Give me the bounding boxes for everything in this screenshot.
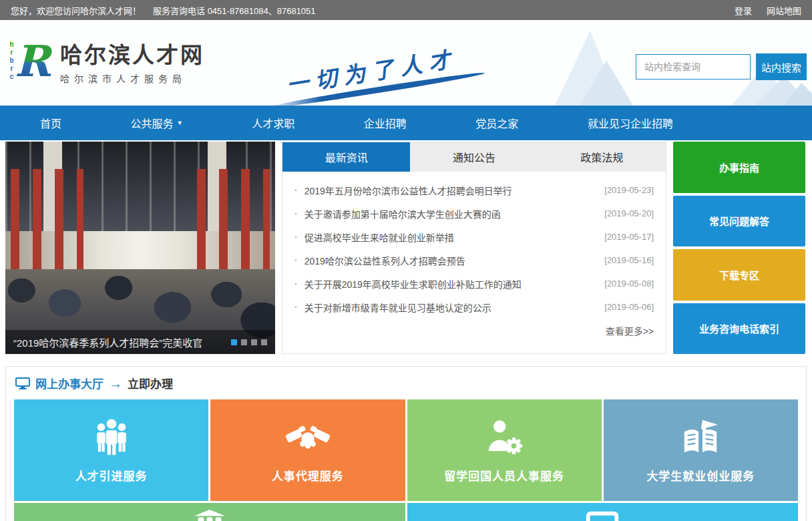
- news-date: [2019-05-20]: [604, 208, 654, 218]
- search-input[interactable]: [636, 54, 751, 79]
- news-carousel[interactable]: “2019哈尔滨春季系列人才招聘会”完美收官: [5, 142, 275, 354]
- nav-item-home[interactable]: 首页: [40, 115, 61, 131]
- news-item[interactable]: · 关于邀请参加第十届哈尔滨大学生创业大赛的函 [2019-05-20]: [294, 202, 654, 225]
- nav-item-job-seeking[interactable]: 人才求职: [252, 115, 294, 131]
- arrow-right-icon: →: [109, 377, 122, 390]
- quicklink-faq[interactable]: 常见问题解答: [673, 196, 805, 247]
- news-item[interactable]: · 促进高校毕业生来哈就业创业新举措 [2019-05-17]: [294, 225, 654, 248]
- site-subtitle: 哈尔滨市人才服务局: [60, 71, 204, 85]
- service-cards-row-2: [14, 503, 798, 521]
- online-service-hall: 网上办事大厅 → 立即办理 人才引进服务: [5, 366, 807, 521]
- quicklink-service-guide[interactable]: 办事指南: [673, 142, 805, 193]
- handshake-icon: [286, 417, 330, 458]
- news-list: · 2019年五月份哈尔滨市公益性人才招聘会明日举行 [2019-05-23] …: [282, 172, 666, 319]
- news-date: [2019-05-16]: [604, 255, 654, 265]
- card-bottom-right[interactable]: [407, 503, 799, 521]
- news-panel: 最新资讯 通知公告 政策法规 · 2019年五月份哈尔滨市公益性人才招聘会明日举…: [282, 142, 666, 354]
- site-header: hr brc R 哈尔滨人才网 哈尔滨市人才服务局 一切为了人才 站内搜索: [0, 20, 812, 106]
- card-talent-introduction[interactable]: 人才引进服务: [14, 399, 208, 501]
- slogan-banner: 一切为了人才: [284, 37, 488, 106]
- card-bottom-left[interactable]: [14, 503, 405, 521]
- service-cards-row: 人才引进服务 人事代理服务: [14, 399, 798, 501]
- news-item[interactable]: · 关于对新增市级青年就业见习基地认定的公示 [2019-05-06]: [294, 295, 654, 319]
- logo-text: 哈尔滨人才网 哈尔滨市人才服务局: [60, 37, 204, 85]
- main-content: “2019哈尔滨春季系列人才招聘会”完美收官 最新资讯 通知公告 政策法规 · …: [0, 142, 812, 354]
- chevron-down-icon: ▼: [177, 120, 183, 126]
- login-link[interactable]: 登录: [735, 4, 752, 17]
- logo-r-glyph: R: [12, 36, 53, 85]
- person-gear-icon: [483, 417, 525, 458]
- services-header: 网上办事大厅 → 立即办理: [14, 375, 798, 399]
- carousel-dot[interactable]: [251, 339, 257, 345]
- building-icon: [189, 508, 230, 521]
- main-nav: 首页 公共服务 ▼ 人才求职 企业招聘 党员之家 就业见习企业招聘: [0, 106, 812, 140]
- quicklink-phone-index[interactable]: 业务咨询电话索引: [673, 303, 805, 355]
- quicklinks-sidebar: 办事指南 常见问题解答 下载专区 业务咨询电话索引: [673, 142, 805, 354]
- greeting-text: 您好，欢迎您访问哈尔滨人才网！: [11, 4, 141, 17]
- news-tabs: 最新资讯 通知公告 政策法规: [282, 142, 666, 172]
- nav-list: 首页 公共服务 ▼ 人才求职 企业招聘 党员之家 就业见习企业招聘: [40, 115, 673, 131]
- view-more-link[interactable]: 查看更多>>: [606, 326, 654, 337]
- site-search: 站内搜索: [636, 53, 807, 80]
- search-button[interactable]: 站内搜索: [756, 53, 807, 80]
- nav-item-public-services[interactable]: 公共服务 ▼: [131, 115, 183, 131]
- news-item[interactable]: · 关于开展2019年高校毕业生求职创业补贴工作的通知 [2019-05-08]: [294, 272, 654, 295]
- card-personnel-agency[interactable]: 人事代理服务: [210, 399, 405, 501]
- tab-notices[interactable]: 通知公告: [410, 142, 538, 172]
- card-returnee-services[interactable]: 留学回国人员人事服务: [407, 399, 602, 501]
- nav-item-internship-recruitment[interactable]: 就业见习企业招聘: [588, 115, 673, 131]
- logo-acronym: hr brc: [8, 41, 15, 81]
- news-date: [2019-05-06]: [604, 302, 654, 312]
- topbar-right: 登录 网站地图: [735, 4, 801, 17]
- book-plane-icon: [679, 417, 722, 458]
- site-logo[interactable]: hr brc R 哈尔滨人才网 哈尔滨市人才服务局: [8, 36, 204, 85]
- news-item[interactable]: · 2019年五月份哈尔滨市公益性人才招聘会明日举行 [2019-05-23]: [294, 178, 654, 202]
- carousel-caption-bar: “2019哈尔滨春季系列人才招聘会”完美收官: [5, 330, 275, 354]
- monitor-card-icon: [582, 508, 623, 521]
- nav-item-party-home[interactable]: 党员之家: [475, 115, 518, 131]
- news-date: [2019-05-23]: [604, 185, 654, 195]
- people-group-icon: [91, 417, 132, 458]
- topbar-left: 您好，欢迎您访问哈尔滨人才网！ 服务咨询电话 0451-87681084、876…: [11, 4, 316, 17]
- nav-item-recruitment[interactable]: 企业招聘: [364, 115, 407, 131]
- news-date: [2019-05-08]: [604, 279, 654, 289]
- quicklink-downloads[interactable]: 下载专区: [673, 249, 805, 301]
- site-title: 哈尔滨人才网: [60, 37, 204, 69]
- tab-policies[interactable]: 政策法规: [538, 142, 666, 172]
- service-phone-text: 服务咨询电话 0451-87681084、87681051: [153, 4, 316, 17]
- services-title: 网上办事大厅: [35, 375, 104, 391]
- news-item[interactable]: · 2019哈尔滨公益性系列人才招聘会预告 [2019-05-16]: [294, 248, 654, 272]
- card-graduate-services[interactable]: 大学生就业创业服务: [604, 399, 798, 501]
- carousel-caption[interactable]: “2019哈尔滨春季系列人才招聘会”完美收官: [13, 335, 202, 349]
- carousel-dots: [231, 339, 267, 345]
- topbar: 您好，欢迎您访问哈尔滨人才网！ 服务咨询电话 0451-87681084、876…: [0, 0, 812, 20]
- monitor-icon: [15, 377, 30, 389]
- tab-latest-news[interactable]: 最新资讯: [282, 142, 410, 172]
- news-date: [2019-05-17]: [604, 232, 654, 242]
- carousel-dot[interactable]: [261, 339, 267, 345]
- services-action-link[interactable]: 立即办理: [128, 375, 173, 391]
- sitemap-link[interactable]: 网站地图: [767, 4, 801, 17]
- carousel-dot[interactable]: [241, 339, 247, 345]
- svg-text:R: R: [15, 36, 53, 85]
- carousel-dot[interactable]: [231, 339, 237, 345]
